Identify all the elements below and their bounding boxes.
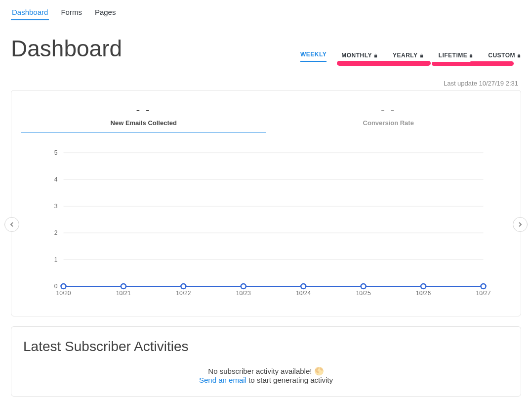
stat-label: Conversion Rate	[266, 119, 511, 127]
chevron-left-icon	[9, 222, 14, 227]
svg-text:1: 1	[54, 256, 58, 263]
chart-next-button[interactable]	[513, 217, 528, 232]
nav-pages[interactable]: Pages	[94, 5, 117, 20]
annotation-highlight	[469, 61, 514, 66]
chart-prev-button[interactable]	[4, 217, 19, 232]
period-tabs: WEEKLY MONTHLY YEARLY LIFETIME CUSTOM	[300, 51, 521, 62]
stat-value: - -	[266, 103, 511, 116]
activities-empty-line: No subscriber activity available! 🌕	[23, 366, 509, 376]
svg-text:10/23: 10/23	[236, 290, 251, 297]
stat-tab-emails[interactable]: - - New Emails Collected	[21, 100, 266, 133]
svg-point-22	[361, 284, 366, 289]
top-nav: Dashboard Forms Pages	[0, 0, 532, 20]
svg-point-18	[241, 284, 246, 289]
nav-forms[interactable]: Forms	[60, 5, 83, 20]
stat-value: - -	[21, 103, 266, 116]
svg-point-14	[121, 284, 126, 289]
svg-text:4: 4	[54, 176, 58, 183]
activities-title: Latest Subscriber Activities	[23, 339, 509, 355]
svg-text:10/20: 10/20	[56, 290, 71, 297]
svg-point-26	[481, 284, 486, 289]
page-title: Dashboard	[11, 35, 122, 62]
period-label: WEEKLY	[300, 51, 327, 58]
svg-text:10/25: 10/25	[356, 290, 371, 297]
svg-point-24	[421, 284, 426, 289]
lock-icon	[373, 53, 378, 58]
period-lifetime[interactable]: LIFETIME	[439, 52, 474, 62]
svg-text:2: 2	[54, 229, 58, 236]
svg-text:0: 0	[54, 283, 58, 290]
period-label: YEARLY	[393, 52, 418, 59]
activities-card: Latest Subscriber Activities No subscrib…	[11, 326, 521, 397]
svg-text:3: 3	[54, 203, 58, 210]
send-email-link[interactable]: Send an email	[199, 376, 246, 384]
svg-point-16	[181, 284, 186, 289]
stat-tab-conversion[interactable]: - - Conversion Rate	[266, 100, 511, 133]
nav-dashboard[interactable]: Dashboard	[11, 5, 49, 20]
activities-empty-text: No subscriber activity available!	[208, 367, 312, 375]
lock-icon	[419, 53, 424, 58]
period-custom[interactable]: CUSTOM	[488, 52, 521, 62]
period-weekly[interactable]: WEEKLY	[300, 51, 327, 62]
period-label: CUSTOM	[488, 52, 515, 59]
line-chart: 01234510/2010/2110/2210/2310/2410/2510/2…	[21, 143, 511, 301]
lock-icon	[517, 53, 521, 58]
svg-text:5: 5	[54, 149, 58, 156]
activities-after-link: to start generating activity	[246, 376, 333, 384]
moon-emoji: 🌕	[314, 367, 324, 375]
svg-text:10/21: 10/21	[116, 290, 131, 297]
period-label: LIFETIME	[439, 52, 468, 59]
period-yearly[interactable]: YEARLY	[393, 52, 424, 62]
annotation-highlight	[337, 61, 431, 66]
lock-icon	[469, 53, 473, 58]
period-label: MONTHLY	[341, 52, 372, 59]
svg-text:10/24: 10/24	[296, 290, 311, 297]
svg-text:10/22: 10/22	[176, 290, 191, 297]
svg-text:10/27: 10/27	[476, 290, 491, 297]
activities-cta-line: Send an email to start generating activi…	[23, 376, 509, 384]
svg-text:10/26: 10/26	[416, 290, 431, 297]
last-update: Last update 10/27/19 2:31	[0, 62, 532, 90]
svg-point-12	[61, 284, 66, 289]
period-monthly[interactable]: MONTHLY	[341, 52, 378, 62]
chart-card: - - New Emails Collected - - Conversion …	[11, 90, 521, 316]
chevron-right-icon	[518, 222, 523, 227]
stat-label: New Emails Collected	[21, 119, 266, 127]
svg-point-20	[301, 284, 306, 289]
